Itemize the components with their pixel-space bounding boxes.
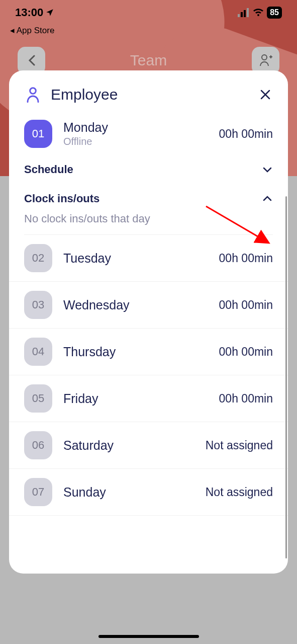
time-text: 13:00 xyxy=(15,6,43,19)
day-row[interactable]: 07 Sunday Not assigned xyxy=(9,469,288,516)
status-bar: 13:00 85 xyxy=(0,0,297,25)
signal-icon xyxy=(238,8,250,17)
day-badge: 05 xyxy=(24,384,52,413)
close-button[interactable] xyxy=(258,87,273,102)
day-badge: 03 xyxy=(24,291,52,319)
day-info: Friday xyxy=(63,391,219,406)
clock-section: Clock ins/outs No clock ins/outs that da… xyxy=(9,181,288,235)
location-arrow-icon xyxy=(45,8,54,17)
day-row[interactable]: 06 Saturday Not assigned xyxy=(9,422,288,469)
svg-rect-0 xyxy=(238,14,240,17)
day-duration: 00h 00min xyxy=(219,392,273,406)
day-info: Wednesday xyxy=(63,298,219,312)
day-name: Saturday xyxy=(63,438,206,453)
day-duration: Not assigned xyxy=(206,486,273,499)
day-badge: 06 xyxy=(24,431,52,459)
clock-toggle[interactable]: Clock ins/outs xyxy=(24,187,273,210)
day-duration: 00h 00min xyxy=(219,127,273,141)
svg-point-4 xyxy=(262,55,267,60)
day-info: Saturday xyxy=(63,438,206,453)
schedule-toggle[interactable]: Schedule xyxy=(24,158,273,181)
svg-rect-1 xyxy=(241,12,243,17)
day-info: Monday Offline xyxy=(63,120,219,147)
day-badge: 04 xyxy=(24,338,52,366)
day-info: Sunday xyxy=(63,485,206,500)
person-icon xyxy=(24,86,42,103)
day-name: Friday xyxy=(63,391,219,406)
day-duration: 00h 00min xyxy=(219,298,273,312)
battery-level: 85 xyxy=(267,7,282,19)
schedule-section: Schedule xyxy=(9,152,288,181)
employee-modal: Employee 01 Monday Offline 00h 00min Sch… xyxy=(9,70,288,574)
day-info: Tuesday xyxy=(63,251,219,266)
modal-header: Employee xyxy=(9,86,288,111)
back-to-appstore[interactable]: ◂ App Store xyxy=(10,25,54,36)
svg-rect-2 xyxy=(244,10,246,17)
status-right: 85 xyxy=(238,7,282,19)
day-badge: 07 xyxy=(24,478,52,506)
scrollbar[interactable] xyxy=(285,196,287,558)
day-row[interactable]: 05 Friday 00h 00min xyxy=(9,375,288,422)
chevron-down-icon xyxy=(262,164,273,175)
chevron-up-icon xyxy=(262,193,273,204)
day-name: Wednesday xyxy=(63,298,219,312)
day-row-selected[interactable]: 01 Monday Offline 00h 00min xyxy=(9,111,288,152)
status-time: 13:00 xyxy=(15,6,54,19)
clock-empty-message: No clock ins/outs that day xyxy=(24,210,273,235)
day-status: Offline xyxy=(63,136,219,147)
day-name: Monday xyxy=(63,120,219,135)
schedule-label: Schedule xyxy=(24,163,73,176)
day-duration: 00h 00min xyxy=(219,252,273,265)
day-duration: Not assigned xyxy=(206,439,273,452)
page-title: Team xyxy=(130,52,167,69)
day-duration: 00h 00min xyxy=(219,345,273,359)
clock-label: Clock ins/outs xyxy=(24,192,100,205)
svg-rect-3 xyxy=(247,8,249,17)
day-row[interactable]: 02 Tuesday 00h 00min xyxy=(9,235,288,282)
day-info: Thursday xyxy=(63,345,219,359)
day-name: Tuesday xyxy=(63,251,219,266)
wifi-icon xyxy=(253,8,264,17)
day-badge: 01 xyxy=(24,120,52,148)
day-row[interactable]: 03 Wednesday 00h 00min xyxy=(9,282,288,329)
day-row[interactable]: 04 Thursday 00h 00min xyxy=(9,329,288,375)
modal-title: Employee xyxy=(51,86,258,103)
home-indicator[interactable] xyxy=(98,635,199,638)
close-icon xyxy=(259,89,271,101)
chevron-left-icon xyxy=(28,55,35,66)
day-name: Thursday xyxy=(63,345,219,359)
person-plus-icon xyxy=(258,53,273,68)
day-name: Sunday xyxy=(63,485,206,500)
svg-point-5 xyxy=(30,88,36,94)
day-badge: 02 xyxy=(24,244,52,272)
